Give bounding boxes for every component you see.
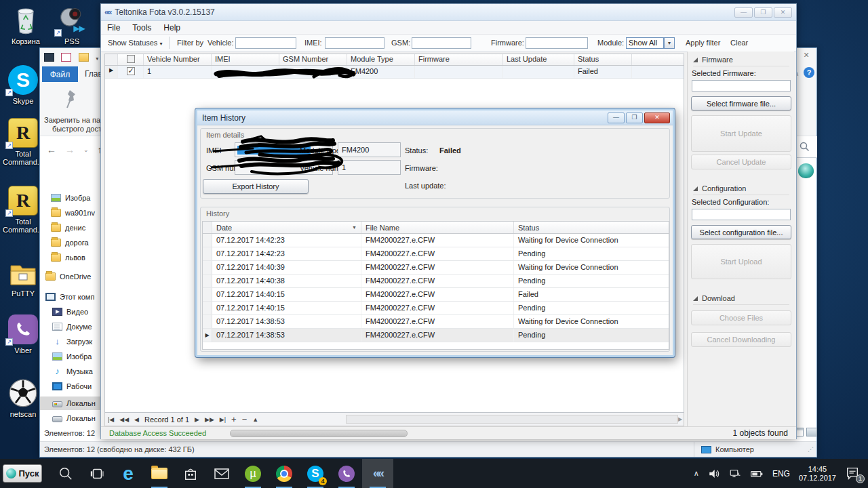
dialog-minimize-button[interactable]: — (608, 113, 625, 123)
choose-files-button[interactable]: Choose Files (691, 310, 791, 325)
select-all-checkbox[interactable] (118, 54, 144, 65)
firmware-section-header[interactable]: Firmware (693, 56, 789, 66)
action-center-button[interactable]: 1 (845, 466, 863, 482)
tray-clock[interactable]: 14:45 07.12.2017 (799, 465, 836, 483)
resize-grip[interactable]: ⋰ (808, 446, 816, 453)
cancel-update-button[interactable]: Cancel Update (691, 155, 791, 169)
delete-record-icon[interactable]: − (239, 414, 250, 424)
desktop-icon-netscan[interactable]: netscan (1, 377, 45, 418)
taskbar-search-button[interactable] (50, 459, 81, 488)
history-col-file-name[interactable]: File Name (361, 222, 514, 233)
menu-file[interactable]: File (101, 23, 126, 33)
history-row[interactable]: 07.12.2017 14:40:38 FM42000227.e.CFW Pen… (203, 274, 669, 288)
minimize-button[interactable]: — (734, 7, 753, 18)
taskbar-edge-button[interactable]: e (113, 459, 144, 488)
first-record-icon[interactable]: |◀ (105, 416, 117, 423)
pin-icon[interactable] (64, 89, 79, 112)
clear-button[interactable]: Clear (730, 39, 748, 47)
history-row-selected[interactable]: ▶ 07.12.2017 14:38:53 FM42000227.e.CFW P… (203, 329, 669, 342)
language-indicator[interactable]: ENG (772, 469, 790, 479)
history-row[interactable]: 07.12.2017 14:42:23 FM42000227.e.CFW Pen… (203, 247, 669, 261)
col-gsm-number[interactable]: GSM Number (279, 54, 347, 65)
taskbar-store-button[interactable] (175, 459, 206, 488)
history-row[interactable]: 07.12.2017 14:38:53 FM42000227.e.CFW Wai… (203, 315, 669, 329)
module-select-value[interactable]: Show All (626, 37, 664, 49)
taskbar-explorer-button[interactable] (144, 459, 175, 488)
start-update-button[interactable]: Start Update (691, 115, 791, 152)
col-firmware[interactable]: Firmware (415, 54, 503, 65)
export-history-button[interactable]: Export History (203, 179, 309, 194)
recent-locations-icon[interactable]: ⌄ (83, 146, 89, 153)
horizontal-scrollbar[interactable] (346, 415, 678, 424)
col-status[interactable]: Status (574, 54, 632, 65)
tray-expand-icon[interactable]: ∧ (694, 469, 699, 478)
imei-filter-input[interactable] (325, 37, 384, 49)
select-configuration-file-button[interactable]: Select configuration file... (691, 225, 791, 239)
start-upload-button[interactable]: Start Upload (691, 244, 791, 279)
taskbar-skype-button[interactable]: S 4 (300, 459, 331, 488)
back-arrow-icon[interactable]: ← (47, 144, 56, 155)
volume-icon[interactable] (708, 468, 720, 480)
network-icon[interactable] (729, 468, 741, 480)
qat-dropdown-icon[interactable]: ▾ (96, 56, 98, 62)
help-icon[interactable]: ? (804, 67, 814, 78)
explorer-tab-file[interactable]: Файл (42, 66, 78, 82)
dialog-maximize-button[interactable]: ❐ (626, 113, 643, 123)
taskbar-utorrent-button[interactable]: µ (237, 459, 269, 488)
explorer-close-icon[interactable]: × (797, 49, 816, 63)
forward-arrow-icon[interactable]: → (65, 144, 75, 155)
new-folder-icon[interactable] (79, 53, 89, 62)
shell-icon[interactable] (798, 163, 814, 178)
menu-tools[interactable]: Tools (126, 23, 157, 33)
prev-page-icon[interactable]: ◀◀ (117, 416, 132, 423)
scroll-right-icon[interactable]: ▶ (678, 416, 682, 422)
desktop-icon-putty[interactable]: PuTTY (1, 256, 45, 298)
taskbar-viber-button[interactable] (331, 459, 362, 488)
history-col-status[interactable]: Status (514, 222, 669, 233)
dialog-close-button[interactable]: ✕ (644, 113, 670, 123)
prev-record-icon[interactable]: ◀ (132, 416, 142, 423)
cancel-downloading-button[interactable]: Cancel Downloading (691, 332, 791, 347)
fota-title-bar[interactable]: «« Teltonika Fota v3.0.2.15137 — ❐ ✕ (101, 4, 796, 21)
desktop-icon-pss[interactable]: ↗ PSS (50, 4, 94, 45)
vehicle-filter-input[interactable] (235, 37, 296, 49)
desktop-icon-viber[interactable]: ↗ Viber (1, 313, 45, 354)
next-record-icon[interactable]: ▶ (192, 416, 202, 423)
show-statuses-dropdown[interactable]: Show Statuses ▾ (108, 39, 162, 47)
taskbar-mail-button[interactable] (206, 459, 237, 488)
properties-icon[interactable] (61, 53, 71, 62)
module-type-field[interactable]: FM4200 (338, 142, 401, 157)
search-box[interactable] (794, 136, 817, 158)
gsm-filter-input[interactable] (412, 37, 471, 49)
download-section-header[interactable]: Download (693, 294, 789, 305)
device-row[interactable]: ▶ 1 FM4200 Failed (105, 66, 684, 79)
col-last-update[interactable]: Last Update (503, 54, 574, 65)
taskbar-fota-button[interactable]: «« (362, 459, 393, 488)
history-row[interactable]: 07.12.2017 14:40:15 FM42000227.e.CFW Pen… (203, 302, 669, 315)
select-firmware-file-button[interactable]: Select firmware file... (691, 96, 791, 110)
history-row[interactable]: 07.12.2017 14:40:15 FM42000227.e.CFW Fai… (203, 288, 669, 302)
col-imei[interactable]: IMEI (212, 54, 279, 65)
apply-filter-button[interactable]: Apply filter (686, 39, 720, 47)
module-dropdown-icon[interactable]: ▾ (664, 37, 675, 49)
history-col-date[interactable]: Date▼ (212, 222, 361, 233)
col-module-type[interactable]: Module Type (347, 54, 415, 65)
desktop-icon-recycle-bin[interactable]: Корзина (4, 4, 47, 45)
history-row[interactable]: 07.12.2017 14:42:23 FM42000227.e.CFW Wai… (203, 234, 669, 247)
thumbnails-view-icon[interactable] (806, 428, 817, 436)
vehicle-number-field[interactable]: 1 (338, 160, 401, 175)
last-record-icon[interactable]: ▶| (217, 416, 229, 423)
taskbar-chrome-button[interactable] (269, 459, 300, 488)
firmware-filter-input[interactable] (526, 37, 588, 49)
append-record-icon[interactable]: + (229, 414, 239, 424)
maximize-button[interactable]: ❐ (754, 7, 772, 18)
task-view-button[interactable] (81, 459, 113, 488)
menu-help[interactable]: Help (157, 23, 186, 33)
selected-configuration-input[interactable] (692, 209, 791, 220)
history-row[interactable]: 07.12.2017 14:40:39 FM42000227.e.CFW Wai… (203, 261, 669, 274)
row-checkbox[interactable] (118, 66, 144, 78)
configuration-section-header[interactable]: Configuration (693, 184, 789, 195)
edit-record-icon[interactable]: ▲ (250, 416, 261, 423)
start-button[interactable]: Пуск (3, 464, 42, 483)
desktop-icon-total-commander-1[interactable]: R ↗ Total Command... (1, 117, 45, 166)
